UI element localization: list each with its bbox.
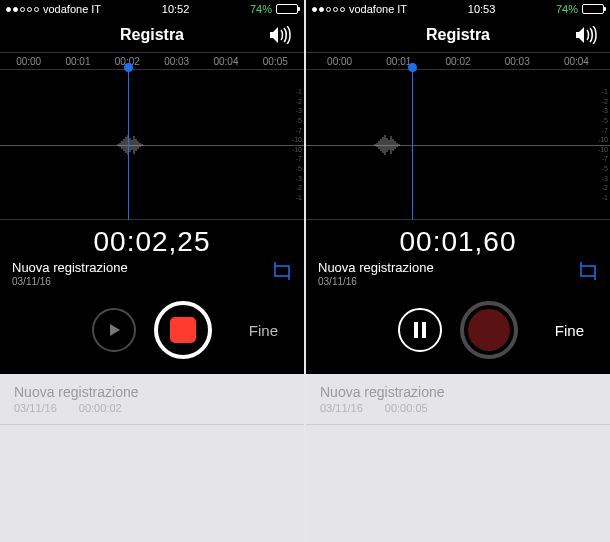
status-left: vodafone IT — [312, 3, 407, 15]
list-item-duration: 00:00:02 — [79, 402, 122, 414]
recordings-list[interactable]: Nuova registrazione 03/11/16 00:00:05 — [306, 374, 610, 542]
battery-icon — [276, 4, 298, 14]
db-scale: -1-2-3-5-7-10-10-7-5-3-2-1 — [598, 88, 608, 201]
status-left: vodafone IT — [6, 3, 101, 15]
record-button[interactable] — [460, 301, 518, 359]
waveform-baseline — [306, 145, 610, 146]
controls-row: Fine — [306, 286, 610, 374]
record-stop-button[interactable] — [154, 301, 212, 359]
signal-dots — [312, 7, 345, 12]
waveform-area[interactable]: -1-2-3-5-7-10-10-7-5-3-2-1 — [306, 70, 610, 220]
page-title: Registra — [120, 26, 184, 44]
list-item-title: Nuova registrazione — [320, 384, 596, 400]
recording-title: Nuova registrazione — [318, 260, 434, 275]
nav-bar: Registra — [0, 18, 304, 52]
battery-percent: 74% — [556, 3, 578, 15]
timer: 00:02,25 — [12, 226, 292, 258]
controls-row: Fine — [0, 286, 304, 374]
play-button[interactable] — [92, 308, 136, 352]
list-item-title: Nuova registrazione — [14, 384, 290, 400]
svg-rect-26 — [414, 322, 418, 338]
recording-info: 00:01,60 Nuova registrazione 03/11/16 — [306, 220, 610, 286]
page-title: Registra — [426, 26, 490, 44]
phone-left: vodafone IT 10:52 74% Registra 00:00 00:… — [0, 0, 304, 542]
done-button[interactable]: Fine — [249, 322, 278, 339]
status-bar: vodafone IT 10:52 74% — [0, 0, 304, 18]
status-right: 74% — [250, 3, 298, 15]
speaker-icon[interactable] — [576, 26, 598, 48]
timeline-ruler: 00:00 00:01 00:02 00:03 00:04 00:05 — [0, 52, 304, 70]
waveform-audio — [116, 130, 156, 160]
playhead[interactable] — [412, 67, 413, 227]
clock: 10:53 — [468, 3, 496, 15]
nav-bar: Registra — [306, 18, 610, 52]
waveform-area[interactable]: -1-2-3-5-7-10-10-7-5-3-2-1 — [0, 70, 304, 220]
trim-icon[interactable] — [272, 261, 292, 286]
battery-icon — [582, 4, 604, 14]
carrier-label: vodafone IT — [43, 3, 101, 15]
trim-icon[interactable] — [578, 261, 598, 286]
list-item-date: 03/11/16 — [320, 402, 363, 414]
signal-dots — [6, 7, 39, 12]
db-scale: -1-2-3-5-7-10-10-7-5-3-2-1 — [292, 88, 302, 201]
recording-title: Nuova registrazione — [12, 260, 128, 275]
status-right: 74% — [556, 3, 604, 15]
clock: 10:52 — [162, 3, 190, 15]
stop-icon — [170, 317, 196, 343]
timer: 00:01,60 — [318, 226, 598, 258]
record-icon — [468, 309, 510, 351]
svg-rect-27 — [422, 322, 426, 338]
list-item[interactable]: Nuova registrazione 03/11/16 00:00:02 — [0, 374, 304, 425]
recordings-list[interactable]: Nuova registrazione 03/11/16 00:00:02 — [0, 374, 304, 542]
status-bar: vodafone IT 10:53 74% — [306, 0, 610, 18]
timeline-ruler: 00:00 00:01 00:02 00:03 00:04 — [306, 52, 610, 70]
carrier-label: vodafone IT — [349, 3, 407, 15]
recording-info: 00:02,25 Nuova registrazione 03/11/16 — [0, 220, 304, 286]
pause-button[interactable] — [398, 308, 442, 352]
playhead[interactable] — [128, 67, 129, 227]
battery-percent: 74% — [250, 3, 272, 15]
waveform-audio — [373, 130, 413, 160]
speaker-icon[interactable] — [270, 26, 292, 48]
phone-right: vodafone IT 10:53 74% Registra 00:00 00:… — [306, 0, 610, 542]
list-item-duration: 00:00:05 — [385, 402, 428, 414]
list-item[interactable]: Nuova registrazione 03/11/16 00:00:05 — [306, 374, 610, 425]
done-button[interactable]: Fine — [555, 322, 584, 339]
list-item-date: 03/11/16 — [14, 402, 57, 414]
